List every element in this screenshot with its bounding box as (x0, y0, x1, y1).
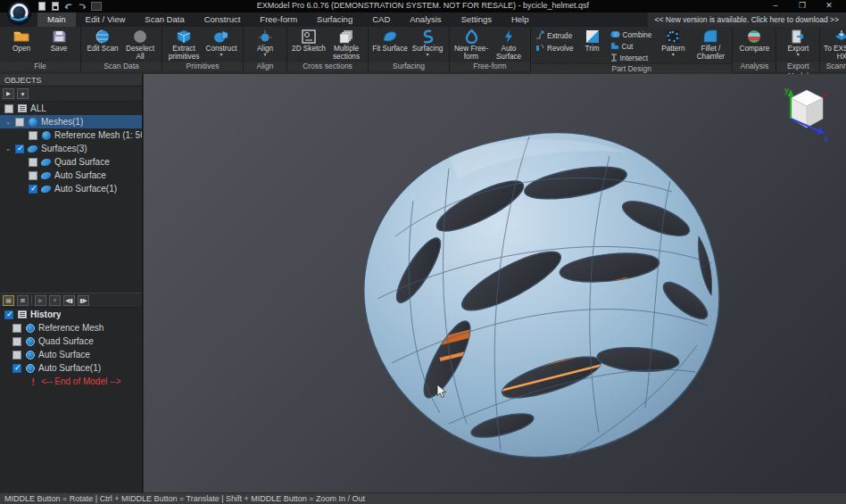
maximize-button[interactable]: ❐ (789, 0, 816, 12)
export-button[interactable]: Export ▾ (779, 28, 817, 57)
ribbon-group-scan-data: Edit Scan Deselect All Scan Data (81, 27, 162, 71)
surfacing-button[interactable]: Surfacing ▾ (409, 28, 446, 57)
ribbon-group-cross-sections: 2D Sketch Multiple sections Cross sectio… (287, 27, 369, 71)
menu-tab-free-form[interactable]: Free-form (250, 12, 307, 27)
ribbon-toolbar: Open Save File Edit Scan (0, 27, 846, 71)
reference-mesh-checkbox[interactable] (29, 131, 37, 140)
new-file-icon[interactable] (37, 2, 46, 11)
step-to-current-icon[interactable]: ▼ (49, 295, 61, 306)
history-row-auto-surface-1[interactable]: Auto Surface(1) (0, 361, 142, 375)
ribbon-group-primitives: Extract primitives Construct ▾ Primitive… (162, 27, 244, 71)
all-checkbox[interactable] (4, 104, 13, 113)
menu-tab-construct[interactable]: Construct (195, 12, 251, 27)
quick-access-more-button[interactable] (91, 2, 102, 11)
filter-icon[interactable]: ▼ (17, 88, 29, 99)
menu-tab-cad[interactable]: CAD (362, 12, 400, 27)
history-checkbox[interactable] (4, 310, 13, 319)
history-step-icon (25, 363, 35, 373)
history-quad-surface-checkbox[interactable] (12, 337, 21, 346)
flat-list-view-icon[interactable]: ▤ (3, 295, 14, 306)
to-exscan-hx-button[interactable]: To EXScan HX (823, 28, 846, 61)
close-button[interactable]: ✕ (816, 0, 842, 12)
minimize-button[interactable]: – (762, 0, 789, 12)
history-reference-mesh-checkbox[interactable] (12, 324, 21, 333)
redo-icon[interactable] (78, 2, 87, 11)
dropdown-caret-icon: ▾ (672, 53, 675, 57)
history-row-end-of-model[interactable]: ! <-- End of Model --> (0, 375, 142, 388)
orientation-cube[interactable]: y z (778, 83, 835, 142)
tree-row-meshes[interactable]: ⌄ Meshes(1) (0, 115, 142, 128)
to-exscan-icon (834, 29, 846, 44)
skip-to-start-icon[interactable]: ◀▮ (63, 295, 75, 306)
align-button[interactable]: Align ▾ (246, 28, 284, 57)
open-button[interactable]: Open (3, 28, 40, 53)
menu-tab-main[interactable]: Main (37, 12, 76, 27)
compare-icon (747, 29, 761, 44)
cut-button[interactable]: Cut (610, 42, 652, 52)
history-row-auto-surface[interactable]: Auto Surface (0, 348, 142, 361)
menu-tab-scan-data[interactable]: Scan Data (135, 12, 194, 27)
auto-surface-button[interactable]: Auto Surface (490, 28, 527, 61)
step-forward-icon[interactable]: ▶ (35, 295, 46, 306)
surfaces-checkbox[interactable] (15, 145, 24, 153)
viewport-3d[interactable]: y z (144, 74, 846, 492)
tree-row-auto-surface-1[interactable]: Auto Surface(1) (0, 182, 142, 195)
axis-y-label: y (784, 86, 789, 95)
menu-tab-surfacing[interactable]: Surfacing (307, 12, 362, 27)
quad-surface-checkbox[interactable] (29, 158, 37, 167)
undo-icon[interactable] (64, 2, 73, 11)
auto-surface-checkbox[interactable] (29, 171, 37, 180)
menu-tab-analysis[interactable]: Analysis (400, 12, 451, 27)
extract-primitives-button[interactable]: Extract primitives (165, 28, 203, 61)
app-logo-icon[interactable] (7, 1, 31, 25)
intersect-button[interactable]: Intersect (610, 54, 652, 63)
ribbon-group-free-form: New Free-form Auto Surface Free-form (450, 27, 531, 71)
tree-row-quad-surface[interactable]: Quad Surface (0, 155, 142, 169)
toolbar-separator (31, 295, 32, 305)
menu-tab-edit-view[interactable]: Edit / View (76, 12, 136, 27)
skip-to-end-icon[interactable]: ▮▶ (78, 295, 89, 306)
menu-bar: Main Edit / View Scan Data Construct Fre… (0, 12, 846, 27)
scan-sphere-icon (95, 29, 110, 44)
new-freeform-icon (464, 29, 479, 44)
helmet-model (342, 129, 731, 461)
history-auto-surface-1-checkbox[interactable] (12, 364, 21, 373)
deselect-all-button[interactable]: Deselect All (121, 28, 159, 61)
meshes-checkbox[interactable] (15, 118, 24, 127)
tree-row-auto-surface[interactable]: Auto Surface (0, 169, 142, 182)
history-row-quad-surface[interactable]: Quad Surface (0, 335, 142, 348)
fillet-chamfer-button[interactable]: Fillet / Chamfer (692, 28, 729, 61)
collapse-caret-icon[interactable]: ⌄ (4, 118, 12, 126)
trim-button[interactable]: Trim (576, 28, 609, 53)
pattern-button[interactable]: Pattern ▾ (654, 28, 692, 57)
expand-tree-icon[interactable]: ▶ (3, 88, 14, 99)
menu-tab-settings[interactable]: Settings (452, 12, 502, 27)
history-row-reference-mesh[interactable]: Reference Mesh (0, 321, 142, 335)
combine-button[interactable]: Combine (610, 30, 652, 40)
dropdown-caret-icon: ▾ (263, 53, 266, 57)
dropdown-caret-icon: ▾ (426, 53, 428, 57)
fit-surface-button[interactable]: Fit Surface (371, 28, 409, 53)
update-notice-link[interactable]: << New version is available. Click here … (648, 12, 846, 27)
menu-tab-help[interactable]: Help (502, 12, 539, 27)
save-file-icon[interactable] (51, 2, 60, 11)
surface-icon (41, 157, 51, 167)
tree-view-icon[interactable]: ⊞ (17, 295, 29, 306)
auto-surface-1-checkbox[interactable] (29, 185, 37, 194)
compare-button[interactable]: Compare (735, 28, 773, 53)
collapse-caret-icon[interactable]: ⌄ (4, 145, 12, 153)
extrude-button[interactable]: Extrude (535, 30, 574, 41)
history-auto-surface-checkbox[interactable] (12, 351, 21, 359)
history-root-row[interactable]: History (0, 308, 142, 321)
new-free-form-button[interactable]: New Free-form (452, 28, 490, 61)
multiple-sections-button[interactable]: Multiple sections (328, 28, 365, 61)
tree-row-surfaces[interactable]: ⌄ Surfaces(3) (0, 142, 142, 155)
tree-row-all[interactable]: ALL (0, 102, 142, 115)
revolve-button[interactable]: Revolve (535, 43, 574, 54)
2d-sketch-button[interactable]: 2D Sketch (290, 28, 328, 53)
edit-scan-button[interactable]: Edit Scan (84, 28, 121, 53)
construct-button[interactable]: Construct ▾ (203, 28, 240, 57)
save-button[interactable]: Save (40, 28, 78, 53)
folder-icon (12, 29, 30, 44)
tree-row-reference-mesh[interactable]: Reference Mesh (1: 500 970) (0, 128, 142, 142)
